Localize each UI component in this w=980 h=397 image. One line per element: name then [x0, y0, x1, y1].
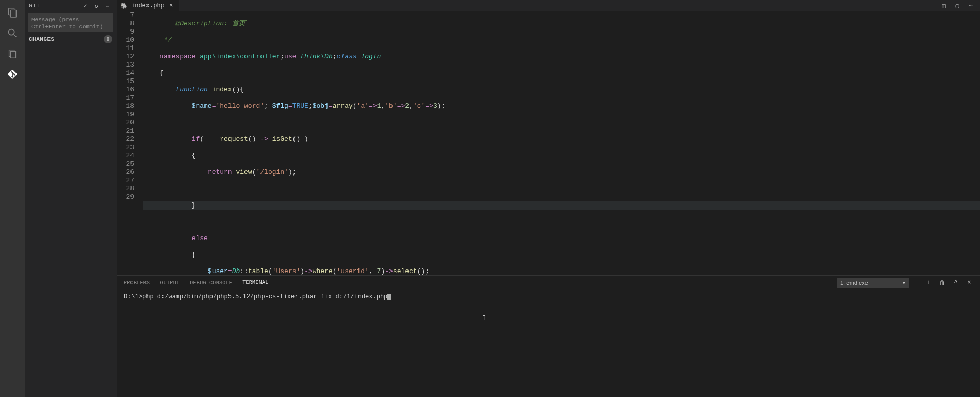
commit-message-input[interactable]: Message (press Ctrl+Enter to commit) [28, 13, 113, 32]
tab-index-php[interactable]: 🐘 index.php × [117, 0, 179, 11]
terminal[interactable]: D:\1>php d:/wamp/bin/php/php5.5.12/php-c… [117, 290, 980, 397]
line-number-gutter: 7891011121314151617181920212223242526272… [117, 11, 143, 275]
toggle-panel-icon[interactable]: ▢ [953, 2, 961, 10]
more-icon[interactable]: ⋯ [103, 1, 112, 10]
tab-filename: index.php [131, 2, 165, 9]
split-editor-icon[interactable]: ◫ [940, 2, 948, 10]
activity-git-icon[interactable] [0, 64, 25, 85]
tab-terminal[interactable]: TERMINAL [242, 278, 268, 288]
commit-check-icon[interactable]: ✓ [80, 1, 90, 10]
panel-tabbar: PROBLEMS OUTPUT DEBUG CONSOLE TERMINAL 1… [117, 276, 980, 290]
tab-debug-console[interactable]: DEBUG CONSOLE [190, 278, 232, 288]
code-content[interactable]: @Description: 首页 */ namespace app\index\… [143, 11, 980, 275]
activity-bar [0, 0, 25, 397]
activity-explorer-icon[interactable] [0, 2, 25, 23]
tab-output[interactable]: OUTPUT [160, 278, 179, 288]
svg-line-3 [14, 35, 17, 37]
editor-title-actions: ◫ ▢ ⋯ [940, 2, 980, 10]
close-icon[interactable]: × [168, 2, 175, 9]
changes-section-header[interactable]: CHANGES 0 [25, 34, 117, 44]
new-terminal-icon[interactable]: + [925, 279, 933, 287]
svg-point-2 [9, 29, 14, 35]
svg-rect-5 [10, 51, 15, 58]
code-editor[interactable]: 7891011121314151617181920212223242526272… [117, 11, 980, 275]
svg-rect-1 [10, 10, 16, 17]
sidebar-title: GIT [29, 3, 78, 9]
tab-problems[interactable]: PROBLEMS [124, 278, 150, 288]
activity-search-icon[interactable] [0, 23, 25, 43]
refresh-icon[interactable]: ↻ [92, 1, 101, 10]
text-caret-icon: I [482, 315, 483, 322]
close-panel-icon[interactable]: × [966, 279, 973, 287]
maximize-panel-icon[interactable]: ^ [952, 279, 959, 287]
activity-docs-icon[interactable] [0, 43, 25, 64]
bottom-panel: PROBLEMS OUTPUT DEBUG CONSOLE TERMINAL 1… [117, 275, 980, 397]
editor-tabs: 🐘 index.php × ◫ ▢ ⋯ [117, 0, 980, 11]
main-area: 🐘 index.php × ◫ ▢ ⋯ 78910111213141516171… [117, 0, 980, 397]
terminal-selector[interactable]: 1: cmd.exe [837, 278, 909, 288]
kill-terminal-icon[interactable]: 🗑 [939, 279, 946, 287]
php-file-icon: 🐘 [121, 3, 128, 9]
changes-label: CHANGES [29, 36, 104, 42]
sidebar-header: GIT ✓ ↻ ⋯ [25, 0, 117, 11]
terminal-cursor [387, 294, 391, 300]
editor-more-icon[interactable]: ⋯ [967, 2, 975, 10]
terminal-line: D:\1>php d:/wamp/bin/php/php5.5.12/php-c… [124, 293, 387, 300]
git-sidebar: GIT ✓ ↻ ⋯ Message (press Ctrl+Enter to c… [25, 0, 117, 397]
changes-count-badge: 0 [104, 35, 112, 43]
